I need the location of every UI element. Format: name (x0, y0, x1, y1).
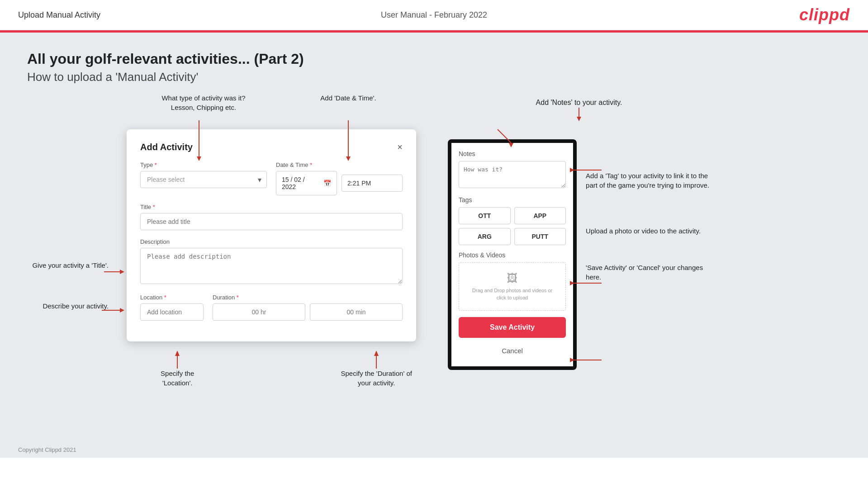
form-row-location-duration: Location * Duration * (140, 294, 403, 321)
modal-header: Add Activity × (140, 142, 403, 152)
right-side-annotations: Add a 'Tag' to your activity to link it … (586, 126, 710, 370)
ann-describe: Describe your activity. (27, 301, 109, 311)
svg-marker-1 (175, 351, 180, 356)
duration-label: Duration * (213, 294, 403, 301)
close-button[interactable]: × (397, 142, 403, 152)
ann-save: 'Save Activity' or 'Cancel' your changes… (586, 263, 710, 282)
left-annotations: Give your activity a 'Title'. Describe y… (27, 98, 127, 388)
type-label: Type * (140, 161, 267, 168)
svg-marker-3 (374, 351, 379, 356)
duration-hr-input[interactable] (213, 303, 305, 321)
page-title: Upload Manual Activity (18, 10, 100, 20)
duration-min-input[interactable] (310, 303, 403, 321)
tag-putt[interactable]: PUTT (514, 228, 566, 245)
top-bar: Upload Manual Activity User Manual - Feb… (0, 0, 868, 30)
description-label: Description (140, 238, 403, 245)
ann-notes: Add 'Notes' to your activity. (448, 98, 710, 121)
title-label: Title * (140, 204, 403, 210)
calendar-icon: 📅 (323, 180, 331, 187)
notes-label: Notes (459, 150, 566, 157)
right-column: Add 'Notes' to your activity. Notes Tags (439, 98, 710, 388)
svg-marker-13 (577, 117, 581, 121)
form-group-datetime: Date & Time * 15 / 02 / 2022 📅 2:21 PM (276, 161, 403, 195)
location-input[interactable] (140, 303, 204, 321)
form-group-type: Type * Please select (140, 161, 267, 195)
description-textarea[interactable] (140, 248, 403, 284)
tags-label: Tags (459, 196, 566, 204)
manual-title: User Manual - February 2022 (381, 10, 487, 20)
ann-title: Give your activity a 'Title'. (27, 261, 109, 270)
ann-upload: Upload a photo or video to the activity. (586, 226, 710, 236)
time-input[interactable]: 2:21 PM (342, 175, 403, 192)
tags-grid: OTT APP ARG PUTT (459, 207, 566, 245)
main-content: All your golf-relevant activities... (Pa… (0, 33, 868, 458)
ann-datetime: Add 'Date & Time'. (303, 93, 394, 103)
ann-tag: Add a 'Tag' to your activity to link it … (586, 171, 710, 190)
location-label: Location * (140, 294, 204, 301)
form-group-location: Location * (140, 294, 204, 321)
form-row-type-datetime: Type * Please select Date & Time * (140, 161, 403, 195)
add-activity-modal: Add Activity × Type * Please select (127, 129, 416, 341)
phone-and-annotations: Notes Tags OTT APP ARG PUTT Photos & Vid… (439, 126, 710, 370)
ann-location: Specify the 'Location'. (154, 351, 201, 388)
photo-icon: 🖼 (468, 272, 556, 284)
ann-activity-type: What type of activity was it? Lesson, Ch… (154, 93, 253, 112)
main-subheading: How to upload a 'Manual Activity' (27, 70, 841, 84)
bottom-annotations: Specify the 'Location'. Specify the 'Dur… (127, 351, 416, 388)
cancel-button[interactable]: Cancel (459, 342, 566, 359)
phone-mockup: Notes Tags OTT APP ARG PUTT Photos & Vid… (448, 139, 577, 370)
phone-content: Notes Tags OTT APP ARG PUTT Photos & Vid… (451, 143, 573, 366)
form-group-description: Description (140, 238, 403, 286)
modal-title: Add Activity (140, 142, 193, 152)
duration-group (213, 303, 403, 321)
logo: clippd (799, 5, 850, 24)
main-heading: All your golf-relevant activities... (Pa… (27, 51, 841, 67)
center-column: What type of activity was it? Lesson, Ch… (127, 98, 416, 388)
photos-text: Drag and Drop photos and videos orclick … (468, 287, 556, 301)
form-group-duration: Duration * (213, 294, 403, 321)
copyright: Copyright Clippd 2021 (18, 446, 76, 453)
datetime-group: 15 / 02 / 2022 📅 2:21 PM (276, 171, 403, 195)
ann-duration: Specify the 'Duration' of your activity. (337, 351, 416, 388)
form-group-title: Title * (140, 204, 403, 230)
photos-drop-zone[interactable]: 🖼 Drag and Drop photos and videos orclic… (459, 262, 566, 311)
notes-textarea[interactable] (459, 161, 566, 188)
save-activity-button[interactable]: Save Activity (459, 317, 566, 338)
date-input[interactable]: 15 / 02 / 2022 📅 (276, 171, 337, 195)
type-select-wrapper: Please select (140, 171, 267, 188)
tag-arg[interactable]: ARG (459, 228, 511, 245)
photos-label: Photos & Videos (459, 251, 566, 259)
title-input[interactable] (140, 213, 403, 230)
type-select[interactable]: Please select (140, 171, 267, 188)
tag-app[interactable]: APP (514, 207, 566, 224)
datetime-label: Date & Time * (276, 161, 403, 168)
form-row-title: Title * (140, 204, 403, 230)
tag-ott[interactable]: OTT (459, 207, 511, 224)
form-row-description: Description (140, 238, 403, 286)
